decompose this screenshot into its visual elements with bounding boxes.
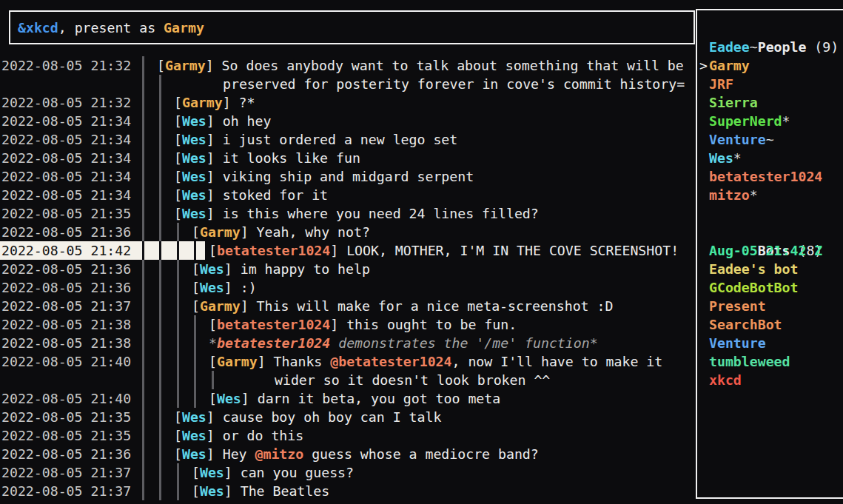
message-span: ] ?* [223, 95, 255, 110]
chat-line[interactable]: 2022-08-05 21:32[Garmy] So does anybody … [0, 56, 695, 75]
chat-line[interactable]: 2022-08-05 21:36[Wes] Hey @mitzo guess w… [0, 445, 695, 463]
message-span: ] :) [224, 280, 257, 295]
person-jrf[interactable]: JRF [709, 75, 843, 93]
message-span: [ [192, 465, 200, 480]
chat-line[interactable]: 2022-08-05 21:36[Wes] :) [0, 278, 695, 297]
chat-line[interactable]: 2022-08-05 21:37[Wes] The Beatles [0, 482, 695, 500]
nick-span: Garmy [182, 95, 223, 110]
message-text: [Garmy] ?* [174, 93, 255, 112]
message-text: [Wes] it looks like fun [174, 149, 360, 167]
chat-line[interactable]: 2022-08-05 21:34[Wes] oh hey [0, 112, 695, 130]
timestamp: 2022-08-05 21:35 [1, 408, 131, 426]
thread-indent-bar [159, 241, 161, 260]
thread-indent-bar [159, 93, 161, 112]
thread-indent-bar [142, 93, 144, 112]
chat-line[interactable]: 2022-08-05 21:35[Wes] is this where you … [0, 204, 695, 223]
thread-indent-bar [159, 186, 161, 204]
timestamp: 2022-08-05 21:36 [1, 445, 131, 463]
bot-xkcd[interactable]: xkcd [709, 371, 843, 389]
person-eadee[interactable]: Eadee~ [709, 38, 843, 56]
bot-tumbleweed[interactable]: tumbleweed [709, 352, 843, 371]
chat-line[interactable]: preserved for posterity forever in cove'… [0, 75, 695, 93]
timestamp: 2022-08-05 21:36 [1, 278, 131, 297]
channel-header: &xkcd, present as Garmy [9, 10, 695, 44]
message-span: * [209, 335, 217, 351]
thread-indent-bar [142, 260, 144, 278]
bot-searchbot[interactable]: SearchBot [709, 315, 843, 334]
chat-line[interactable]: 2022-08-05 21:35[Wes] cause boy oh boy c… [0, 408, 695, 426]
user-name: mitzo [709, 187, 750, 203]
user-name: betatester1024 [709, 169, 822, 184]
chat-line[interactable]: 2022-08-05 21:34[Wes] it looks like fun [0, 149, 695, 167]
chat-line[interactable]: 2022-08-05 21:40[Wes] darn it beta, you … [0, 389, 695, 408]
thread-indent-bar [159, 167, 161, 186]
message-span: ] or do this [206, 428, 303, 443]
chat-line[interactable]: 2022-08-05 21:34[Wes] stoked for it [0, 186, 695, 204]
message-span: [ [157, 58, 165, 73]
person-garmy[interactable]: >Garmy [709, 56, 843, 75]
thread-indent-bar [159, 149, 161, 167]
chat-line[interactable]: 2022-08-05 21:37[Wes] can you guess? [0, 463, 695, 482]
bot-present[interactable]: Present [709, 297, 843, 315]
person-venture[interactable]: Venture~ [709, 130, 843, 149]
person-sierra[interactable]: Sierra [709, 93, 843, 112]
bot-gcodebotbot[interactable]: GCodeBotBot [709, 278, 843, 297]
message-span: ] viking ship and midgard serpent [206, 169, 474, 184]
message-span: ] Thanks [258, 354, 331, 369]
person-betatester1024[interactable]: betatester1024 [709, 167, 843, 186]
nick-span: Wes [182, 428, 206, 443]
chat-line[interactable]: 2022-08-05 21:34[Wes] viking ship and mi… [0, 167, 695, 186]
message-span: ] i just ordered a new lego set [206, 132, 457, 147]
message-span: [ [174, 150, 182, 166]
thread-indent-bar [177, 223, 179, 241]
message-text: [betatester1024] LOOK, MOTHER, I'M IN TH… [209, 241, 679, 260]
person-supernerd[interactable]: SuperNerd* [709, 112, 843, 130]
thread-indent-bar [159, 408, 161, 426]
thread-indent-bar [159, 278, 161, 297]
bot-venture[interactable]: Venture [709, 334, 843, 352]
chat-line[interactable]: 2022-08-05 21:37[Garmy] This will make f… [0, 297, 695, 315]
message-span: [ [209, 354, 217, 369]
nick-span: Wes [182, 206, 206, 221]
message-text: [Wes] is this where you need 24 lines fi… [174, 204, 539, 223]
user-mode-suffix: * [750, 187, 758, 203]
message-text: [Wes] cause boy oh boy can I talk [174, 408, 441, 426]
chat-line[interactable]: 2022-08-05 21:34[Wes] i just ordered a n… [0, 130, 695, 149]
user-mode-suffix: * [782, 113, 790, 129]
thread-indent-bar [142, 167, 144, 186]
chat-line[interactable]: 2022-08-05 21:32[Garmy] ?* [0, 93, 695, 112]
message-span: ] The Beatles [224, 483, 329, 499]
message-text: [Wes] or do this [174, 426, 303, 445]
chat-line[interactable]: wider so it doesn't look broken ^^ [0, 371, 695, 389]
person-wes[interactable]: Wes* [709, 149, 843, 167]
message-span: [ [174, 428, 182, 443]
chat-line[interactable]: 2022-08-05 21:38[betatester1024] this ou… [0, 315, 695, 334]
thread-indent-bar [159, 315, 161, 334]
chat-line[interactable]: 2022-08-05 21:36[Garmy] Yeah, why not? [0, 223, 695, 241]
thread-indent-bar [177, 482, 179, 500]
message-text: [Wes] stoked for it [174, 186, 328, 204]
chat-line[interactable]: 2022-08-05 21:40[Garmy] Thanks @betatest… [0, 352, 695, 371]
chat-line[interactable]: 2022-08-05 21:35[Wes] or do this [0, 426, 695, 445]
nick-span: Wes [182, 150, 206, 166]
timestamp: 2022-08-05 21:34 [1, 167, 131, 186]
person-mitzo[interactable]: mitzo* [709, 186, 843, 204]
message-span: demonstrates the '/me' function* [330, 335, 597, 351]
bot-eadee-s-bot[interactable]: Eadee's bot [709, 260, 843, 278]
message-text: [Wes] darn it beta, you got too meta [209, 389, 500, 408]
chat-line[interactable]: 2022-08-05 21:38*betatester1024 demonstr… [0, 334, 695, 352]
nick-span: Wes [182, 409, 206, 425]
nick-span: Garmy [165, 58, 206, 73]
thread-indent-bar [159, 482, 161, 500]
chat-line-highlighted[interactable]: 2022-08-05 21:42[betatester1024] LOOK, M… [0, 241, 695, 260]
bot-aug-05-21-42-z[interactable]: Aug-05 21:42 Z [709, 241, 843, 260]
thread-indent-bar [142, 315, 144, 334]
bots-list: Aug-05 21:42 ZEadee's botGCodeBotBotPres… [709, 241, 843, 389]
message-span: ] can you guess? [224, 465, 354, 480]
nick-span: Wes [182, 446, 206, 462]
timestamp: 2022-08-05 21:35 [1, 426, 131, 445]
user-name: SearchBot [709, 317, 782, 332]
chat-line[interactable]: 2022-08-05 21:36[Wes] im happy to help [0, 260, 695, 278]
thread-indent-bar [142, 278, 144, 297]
nick-span: Wes [217, 391, 241, 406]
